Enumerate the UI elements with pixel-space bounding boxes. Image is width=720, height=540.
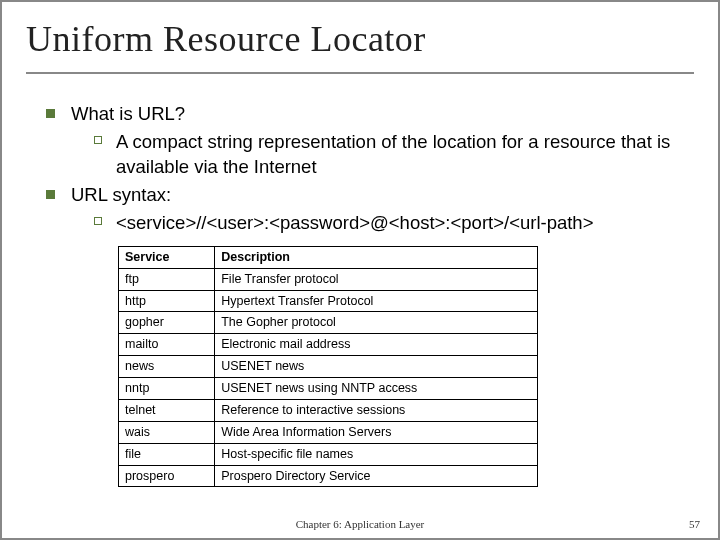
table-cell: http	[119, 290, 215, 312]
table-header-row: Service Description	[119, 246, 538, 268]
bullet-text: URL syntax:	[71, 183, 171, 208]
bullet-level1: What is URL?	[46, 102, 688, 127]
square-bullet-icon	[46, 190, 55, 199]
table-row: mailtoElectronic mail address	[119, 334, 538, 356]
table-cell: USENET news	[215, 356, 538, 378]
slide-title: Uniform Resource Locator	[26, 18, 694, 74]
bullet-text: <service>//<user>:<password>@<host>:<por…	[116, 211, 593, 236]
slide-content: What is URL? A compact string representa…	[26, 102, 694, 487]
table-cell: ftp	[119, 268, 215, 290]
table-cell: gopher	[119, 312, 215, 334]
table-cell: Prospero Directory Service	[215, 465, 538, 487]
bullet-text: What is URL?	[71, 102, 185, 127]
table-cell: Wide Area Information Servers	[215, 421, 538, 443]
table-cell: Hypertext Transfer Protocol	[215, 290, 538, 312]
table-cell: prospero	[119, 465, 215, 487]
table-cell: File Transfer protocol	[215, 268, 538, 290]
service-table: Service Description ftpFile Transfer pro…	[118, 246, 538, 488]
bullet-text: A compact string representation of the l…	[116, 130, 688, 180]
square-outline-bullet-icon	[94, 136, 102, 144]
table-cell: USENET news using NNTP access	[215, 378, 538, 400]
table-cell: nntp	[119, 378, 215, 400]
table-row: gopherThe Gopher protocol	[119, 312, 538, 334]
table-row: httpHypertext Transfer Protocol	[119, 290, 538, 312]
table-cell: news	[119, 356, 215, 378]
table-cell: wais	[119, 421, 215, 443]
table-row: waisWide Area Information Servers	[119, 421, 538, 443]
table-cell: mailto	[119, 334, 215, 356]
table-row: telnetReference to interactive sessions	[119, 399, 538, 421]
table-row: ftpFile Transfer protocol	[119, 268, 538, 290]
table-cell: Reference to interactive sessions	[215, 399, 538, 421]
slide: Uniform Resource Locator What is URL? A …	[0, 0, 720, 540]
table-cell: file	[119, 443, 215, 465]
table-cell: Electronic mail address	[215, 334, 538, 356]
bullet-level2: A compact string representation of the l…	[94, 130, 688, 180]
table-row: prosperoProspero Directory Service	[119, 465, 538, 487]
table-row: fileHost-specific file names	[119, 443, 538, 465]
footer-text: Chapter 6: Application Layer	[2, 518, 718, 530]
table-header-cell: Description	[215, 246, 538, 268]
table-row: nntpUSENET news using NNTP access	[119, 378, 538, 400]
table-row: newsUSENET news	[119, 356, 538, 378]
page-number: 57	[689, 518, 700, 530]
service-table-wrap: Service Description ftpFile Transfer pro…	[118, 246, 688, 488]
square-bullet-icon	[46, 109, 55, 118]
table-cell: telnet	[119, 399, 215, 421]
table-cell: Host-specific file names	[215, 443, 538, 465]
bullet-level2: <service>//<user>:<password>@<host>:<por…	[94, 211, 688, 236]
table-cell: The Gopher protocol	[215, 312, 538, 334]
bullet-level1: URL syntax:	[46, 183, 688, 208]
square-outline-bullet-icon	[94, 217, 102, 225]
table-header-cell: Service	[119, 246, 215, 268]
